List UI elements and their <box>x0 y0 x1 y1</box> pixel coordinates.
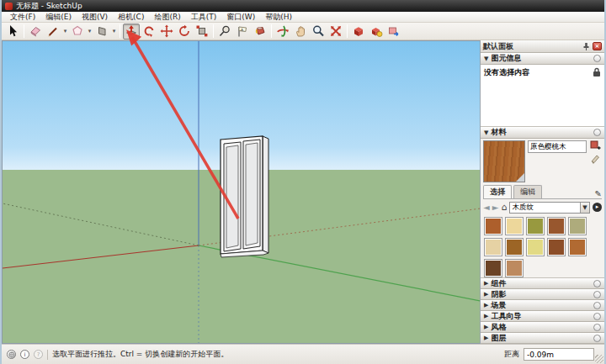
display-secondary-pane-icon[interactable] <box>590 153 601 164</box>
preview-corner-fold <box>516 173 524 182</box>
menu-file[interactable]: 文件(F) <box>5 12 40 23</box>
material-swatch[interactable] <box>484 238 502 256</box>
section-collapse-button[interactable] <box>593 324 601 331</box>
section-label: 图层 <box>491 333 506 344</box>
scale-tool-button[interactable] <box>194 24 210 40</box>
title-bar[interactable]: 无标题 - SketchUp <box>2 0 604 12</box>
text-label-tool-button[interactable]: A <box>234 24 251 40</box>
section-scenes-header[interactable]: ▶场景 <box>481 300 604 311</box>
resize-grip[interactable] <box>595 355 603 363</box>
measurement-label: 距离 <box>504 349 519 360</box>
measurement-input[interactable] <box>524 348 594 361</box>
chevron-right-icon: ▶ <box>484 302 488 309</box>
section-label: 图元信息 <box>491 53 521 64</box>
shape-tool-button[interactable] <box>69 24 86 40</box>
section-label: 风格 <box>491 322 506 333</box>
section-collapse-button[interactable] <box>593 291 601 298</box>
share-component-button[interactable] <box>385 24 402 40</box>
select-tool-button[interactable] <box>4 24 21 40</box>
eraser-tool-button[interactable] <box>27 24 44 40</box>
material-swatch[interactable] <box>568 238 587 256</box>
section-collapse-button[interactable] <box>593 129 601 136</box>
section-collapse-button[interactable] <box>593 313 601 320</box>
section-collapse-button[interactable] <box>593 55 601 62</box>
push-pull-tool-button[interactable] <box>123 24 140 40</box>
material-category-dropdown[interactable]: 木质纹 ▼ <box>509 202 590 214</box>
forward-arrow-icon[interactable]: ► <box>492 203 499 212</box>
credit-status-icon[interactable]: i <box>20 350 29 359</box>
shape-tools-dropdown[interactable]: ▾ <box>87 28 93 34</box>
material-name-input[interactable] <box>528 140 587 153</box>
tape-measure-tool-button[interactable] <box>216 24 233 40</box>
share-model-button[interactable] <box>368 24 385 40</box>
pan-tool-button[interactable] <box>292 24 309 40</box>
back-arrow-icon[interactable]: ◄ <box>483 203 490 212</box>
rectangle-tool-button[interactable] <box>93 24 110 40</box>
section-instructor-header[interactable]: ▶工具向导 <box>481 311 604 322</box>
tab-select[interactable]: 选择 <box>483 185 512 198</box>
material-swatch[interactable] <box>505 217 524 235</box>
menu-edit[interactable]: 编辑(E) <box>40 12 77 23</box>
menu-camera[interactable]: 相机(C) <box>113 12 149 23</box>
menu-help[interactable]: 帮助(H) <box>260 12 297 23</box>
section-materials-header[interactable]: ▼ 材料 <box>481 127 604 139</box>
green-axis-negative <box>3 203 199 245</box>
material-swatch[interactable] <box>526 238 545 256</box>
material-swatch[interactable] <box>547 217 566 235</box>
chevron-right-icon: ▶ <box>484 313 488 319</box>
scale-icon <box>195 24 209 38</box>
help-status-icon[interactable]: ? <box>34 350 43 359</box>
in-model-home-icon[interactable]: ⌂ <box>501 202 507 213</box>
rectangle-icon <box>95 24 109 38</box>
material-swatch-grid <box>483 215 602 279</box>
move-icon <box>160 24 173 38</box>
chevron-down-icon: ▼ <box>484 55 488 62</box>
menu-tools[interactable]: 工具(T) <box>186 12 222 23</box>
zoom-extents-tool-button[interactable] <box>327 24 344 40</box>
geolocation-status-icon[interactable] <box>7 350 16 359</box>
material-swatch[interactable] <box>568 217 587 235</box>
get-models-button[interactable] <box>350 24 367 40</box>
section-components-header[interactable]: ▶组件 <box>481 278 604 289</box>
section-entity-info-header[interactable]: ▼ 图元信息 <box>481 53 604 65</box>
material-swatch[interactable] <box>484 259 502 277</box>
paint-bucket-tool-button[interactable] <box>252 24 268 40</box>
section-shadows-header[interactable]: ▶阴影 <box>481 289 604 300</box>
warehouse-share-icon <box>387 24 401 38</box>
create-material-icon[interactable] <box>590 140 601 151</box>
lock-icon[interactable] <box>593 67 601 77</box>
material-swatch[interactable] <box>505 238 524 256</box>
section-collapse-button[interactable] <box>593 302 601 309</box>
line-tools-dropdown[interactable]: ▾ <box>62 28 68 34</box>
status-message: 选取平面进行推拉。Ctrl = 切换创建新的开始平面。 <box>52 349 500 360</box>
move-tool-button[interactable] <box>158 24 175 40</box>
modeling-viewport[interactable] <box>2 40 480 344</box>
section-label: 工具向导 <box>491 311 521 322</box>
material-swatch[interactable] <box>526 217 545 235</box>
dropdown-arrow-icon[interactable]: ▼ <box>580 203 589 213</box>
section-collapse-button[interactable] <box>593 280 601 288</box>
menu-view[interactable]: 视图(V) <box>77 12 113 23</box>
details-button[interactable]: ▸ <box>593 203 602 212</box>
sample-paint-icon[interactable]: ✎ <box>595 189 602 198</box>
line-tool-button[interactable] <box>45 24 61 40</box>
tab-edit[interactable]: 编辑 <box>513 185 542 198</box>
menu-draw[interactable]: 绘图(R) <box>149 12 185 23</box>
follow-me-tool-button[interactable] <box>141 24 157 40</box>
rectangle-tools-dropdown[interactable]: ▾ <box>111 28 117 34</box>
section-styles-header[interactable]: ▶风格 <box>481 322 604 333</box>
panel-close-button[interactable]: × <box>593 42 602 50</box>
rotate-tool-button[interactable] <box>176 24 193 40</box>
section-layers-header[interactable]: ▶图层 <box>481 333 604 344</box>
material-swatch[interactable] <box>547 238 566 256</box>
section-collapse-button[interactable] <box>593 335 601 342</box>
material-swatch[interactable] <box>505 259 524 277</box>
orbit-tool-button[interactable] <box>274 24 291 40</box>
active-material-preview[interactable] <box>483 140 525 182</box>
status-divider <box>47 350 48 360</box>
pin-icon[interactable] <box>582 42 590 50</box>
menu-window[interactable]: 窗口(W) <box>221 12 260 23</box>
toolbar: ▾ ▾ ▾ A <box>2 23 604 40</box>
zoom-tool-button[interactable] <box>310 24 327 40</box>
material-swatch[interactable] <box>484 217 502 235</box>
